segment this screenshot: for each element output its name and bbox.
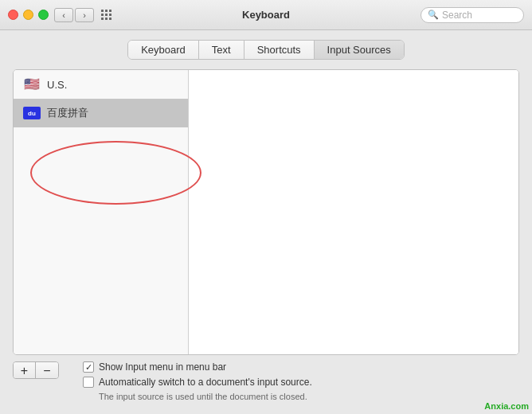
- search-box[interactable]: 🔍 Search: [421, 7, 524, 23]
- tab-text[interactable]: Text: [199, 41, 244, 59]
- forward-button[interactable]: ›: [75, 8, 94, 22]
- grid-icon: [101, 10, 112, 21]
- main-content: Keyboard Text Shortcuts Input Sources 🇺🇸…: [0, 30, 532, 414]
- tab-keyboard[interactable]: Keyboard: [128, 41, 199, 59]
- source-item-us[interactable]: 🇺🇸 U.S.: [14, 70, 188, 99]
- maximize-button[interactable]: [38, 10, 49, 20]
- baidu-icon: du: [23, 107, 41, 119]
- tabs: Keyboard Text Shortcuts Input Sources: [127, 40, 405, 60]
- window-controls: [8, 10, 49, 20]
- sources-list: 🇺🇸 U.S. du 百度拼音: [14, 70, 189, 354]
- hint-text: The input source is used until the docum…: [99, 392, 312, 401]
- tabs-container: Keyboard Text Shortcuts Input Sources: [13, 40, 519, 60]
- panel: 🇺🇸 U.S. du 百度拼音: [13, 69, 519, 355]
- remove-source-button[interactable]: −: [36, 362, 58, 379]
- panel-wrapper: 🇺🇸 U.S. du 百度拼音: [13, 69, 519, 355]
- auto-switch-label: Automatically switch to a document's inp…: [99, 377, 312, 388]
- watermark: Anxia.com: [484, 401, 529, 411]
- search-icon: 🔍: [428, 10, 439, 20]
- show-input-menu-checkbox[interactable]: [83, 361, 94, 373]
- back-button[interactable]: ‹: [54, 8, 73, 22]
- search-placeholder: Search: [442, 10, 472, 21]
- tab-shortcuts[interactable]: Shortcuts: [244, 41, 315, 59]
- auto-switch-checkbox[interactable]: [83, 377, 94, 388]
- checkboxes-area: Show Input menu in menu bar Automaticall…: [83, 361, 312, 401]
- detail-pane: [189, 70, 518, 354]
- nav-controls: ‹ ›: [54, 8, 94, 22]
- minimize-button[interactable]: [23, 10, 33, 20]
- tab-input-sources[interactable]: Input Sources: [315, 41, 404, 59]
- source-name-us: U.S.: [47, 79, 67, 91]
- bottom-bar: + − Show Input menu in menu bar Automati…: [13, 361, 519, 401]
- checkbox-row-1: Show Input menu in menu bar: [83, 361, 312, 373]
- add-source-button[interactable]: +: [14, 362, 36, 379]
- add-remove-buttons: + −: [13, 361, 59, 379]
- source-name-baidu: 百度拼音: [47, 106, 88, 120]
- panel-inner: 🇺🇸 U.S. du 百度拼音: [14, 70, 518, 354]
- checkbox-row-2: Automatically switch to a document's inp…: [83, 377, 312, 388]
- source-item-baidu[interactable]: du 百度拼音: [14, 99, 188, 127]
- window-title: Keyboard: [242, 9, 290, 21]
- show-input-menu-label: Show Input menu in menu bar: [99, 361, 226, 373]
- us-flag-icon: 🇺🇸: [23, 78, 41, 91]
- close-button[interactable]: [8, 10, 18, 20]
- grid-view-button[interactable]: [97, 8, 116, 22]
- titlebar: ‹ › Keyboard 🔍 Search: [0, 0, 532, 30]
